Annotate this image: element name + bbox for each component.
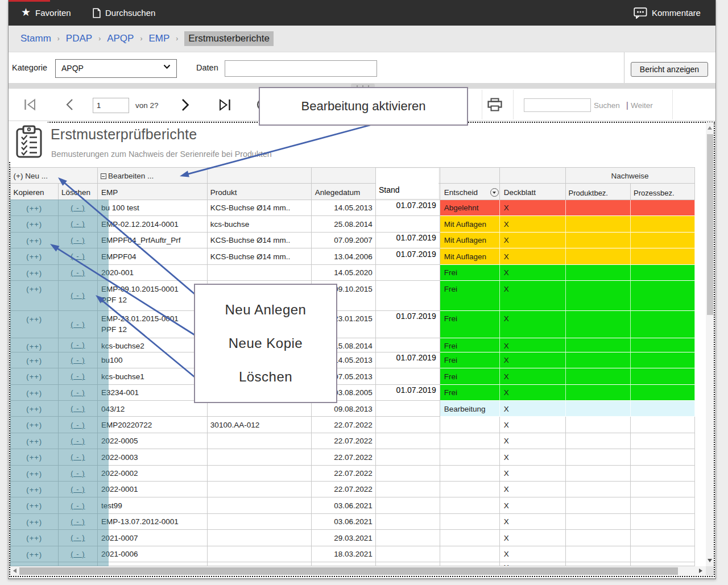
category-select[interactable]: APQP (55, 59, 177, 78)
produktbez-cell (566, 338, 631, 352)
copy-row-link[interactable]: (++) (11, 466, 59, 482)
delete-row-link[interactable]: ( - ) (59, 352, 98, 369)
edit-menu-button[interactable]: Bearbeiten ... (98, 168, 208, 184)
first-page-button[interactable] (23, 89, 37, 121)
favorites-button[interactable]: ★ Favoriten (21, 0, 71, 26)
delete-row-link[interactable]: ( - ) (59, 514, 98, 530)
copy-row-link[interactable]: (++) (11, 368, 59, 385)
scrollbar-corner (706, 566, 714, 575)
copy-row-link[interactable]: (++) (11, 248, 59, 265)
next-page-button[interactable] (180, 89, 190, 121)
copy-row-link[interactable]: (++) (11, 338, 59, 352)
delete-row-link[interactable]: ( - ) (59, 311, 98, 338)
anlegedatum-cell: 22.07.2022 (312, 466, 376, 482)
new-menu-button[interactable]: (+) Neu ... (11, 168, 98, 184)
copy-row-link[interactable]: (++) (11, 514, 59, 530)
find-next-link[interactable]: Weiter (631, 101, 653, 110)
delete-row-link[interactable]: ( - ) (59, 281, 98, 311)
comments-button[interactable]: Kommentare (634, 0, 701, 26)
scroll-down-icon[interactable] (708, 559, 712, 562)
delete-row-link[interactable]: ( - ) (59, 216, 98, 233)
copy-row-link[interactable]: (++) (11, 401, 59, 417)
show-report-button[interactable]: Bericht anzeigen (631, 62, 708, 77)
horizontal-scrollbar[interactable] (10, 566, 706, 575)
daten-label: Daten (196, 63, 218, 72)
copy-row-link[interactable]: (++) (11, 311, 59, 338)
favorites-label: Favoriten (35, 8, 71, 18)
delete-row-link[interactable]: ( - ) (59, 401, 98, 417)
find-link[interactable]: Suchen (594, 101, 620, 110)
entscheid-cell: Frei (440, 338, 500, 352)
search-input[interactable] (524, 98, 591, 112)
browse-button[interactable]: Durchsuchen (93, 0, 155, 26)
copy-row-link[interactable]: (++) (11, 433, 59, 449)
produkt-cell (208, 546, 312, 562)
current-page-input[interactable] (93, 98, 129, 113)
horizontal-scrollbar-thumb[interactable] (19, 567, 678, 575)
sort-dropdown-icon[interactable] (490, 188, 499, 197)
copy-row-link[interactable]: (++) (11, 233, 59, 249)
copy-row-link[interactable]: (++) (11, 385, 59, 401)
copy-row-link[interactable]: (++) (11, 546, 59, 562)
entscheid-cell: Frei (440, 281, 500, 311)
copy-row-link[interactable]: (++) (11, 530, 59, 546)
copy-row-link[interactable]: (++) (11, 265, 59, 281)
deckblatt-cell: X (500, 281, 566, 311)
delete-row-link[interactable]: ( - ) (59, 530, 98, 546)
delete-row-link[interactable]: ( - ) (59, 497, 98, 513)
vertical-scrollbar-thumb[interactable] (707, 134, 713, 315)
emp-cell: E3234-001 (98, 385, 208, 401)
delete-row-link[interactable]: ( - ) (59, 433, 98, 449)
print-button[interactable] (487, 89, 502, 121)
copy-row-link[interactable]: (++) (11, 281, 59, 311)
copy-row-link[interactable]: (++) (11, 482, 59, 497)
copy-row-link[interactable]: (++) (11, 497, 59, 513)
scroll-right-icon[interactable] (699, 569, 702, 573)
copy-row-link[interactable]: (++) (11, 216, 59, 233)
delete-row-link[interactable]: ( - ) (59, 449, 98, 465)
prozessbez-cell (631, 482, 694, 497)
previous-page-button[interactable] (65, 89, 74, 121)
delete-row-link[interactable]: ( - ) (59, 368, 98, 385)
anlegedatum-cell: 29.03.2021 (312, 530, 376, 546)
delete-row-link[interactable]: ( - ) (59, 482, 98, 497)
copy-row-link[interactable]: (++) (11, 449, 59, 465)
breadcrumb-link-stamm[interactable]: Stamm (20, 33, 51, 44)
scroll-left-icon[interactable] (13, 569, 16, 573)
deckblatt-cell: X (500, 401, 566, 417)
breadcrumb-separator: › (176, 35, 178, 43)
anlegedatum-cell: 14.05.2013 (312, 200, 376, 217)
scroll-up-icon[interactable] (708, 126, 712, 130)
stand-cell: 01.07.2019 (376, 248, 440, 265)
delete-row-link[interactable]: ( - ) (59, 466, 98, 482)
entscheid-cell: Abgelehnt (440, 200, 500, 217)
copy-row-link[interactable]: (++) (11, 200, 59, 217)
copy-row-link[interactable]: (++) (11, 417, 59, 433)
breadcrumb-link-emp[interactable]: EMP (148, 33, 169, 44)
delete-row-link[interactable]: ( - ) (59, 200, 98, 217)
column-header-entscheid: Entscheid (440, 184, 500, 200)
stand-cell (376, 497, 440, 513)
produktbez-cell (566, 352, 631, 369)
delete-row-link[interactable]: ( - ) (59, 338, 98, 352)
breadcrumb-link-apqp[interactable]: APQP (107, 33, 134, 44)
prozessbez-cell (631, 401, 694, 417)
report-icon-box (9, 121, 48, 161)
last-page-button[interactable] (218, 89, 232, 121)
delete-row-link[interactable]: ( - ) (59, 248, 98, 265)
breadcrumb-separator: › (57, 35, 60, 43)
delete-row-link[interactable]: ( - ) (59, 265, 98, 281)
prozessbez-cell (631, 265, 694, 281)
daten-input[interactable] (225, 60, 377, 77)
delete-row-link[interactable]: ( - ) (59, 385, 98, 401)
copy-row-link[interactable]: (++) (11, 352, 59, 369)
prozessbez-cell (631, 417, 694, 433)
delete-row-link[interactable]: ( - ) (59, 417, 98, 433)
parameter-area: Kategorie APQP Daten Bericht anzeigen (9, 52, 715, 83)
breadcrumb-link-pdap[interactable]: PDAP (66, 33, 92, 44)
vertical-scrollbar[interactable] (706, 122, 714, 566)
deckblatt-cell: X (500, 265, 566, 281)
table-row: (++)( - )EMPPF04_PrfAuftr_PrfKCS-Buchse … (11, 233, 695, 249)
delete-row-link[interactable]: ( - ) (59, 546, 98, 562)
delete-row-link[interactable]: ( - ) (59, 233, 98, 249)
